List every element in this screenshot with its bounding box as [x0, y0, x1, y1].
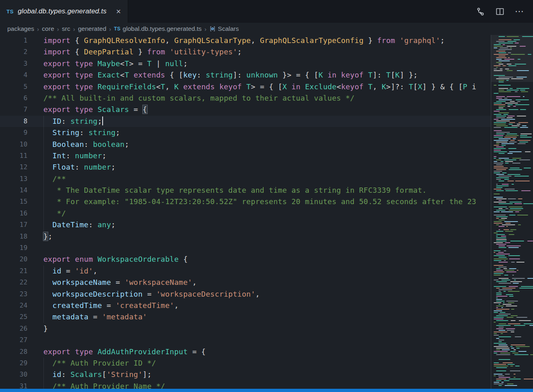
code-line[interactable]: 17 DateTime: any; — [0, 219, 491, 230]
line-number[interactable]: 13 — [0, 173, 28, 185]
line-number[interactable]: 22 — [0, 277, 28, 288]
minimap-row — [493, 362, 533, 363]
minimap-row — [493, 156, 533, 157]
code-line[interactable]: 26} — [0, 323, 491, 334]
line-number[interactable]: 29 — [0, 358, 28, 369]
minimap[interactable] — [491, 35, 533, 389]
minimap-row — [493, 198, 533, 199]
code-area[interactable]: 1import { GraphQLResolveInfo, GraphQLSca… — [0, 35, 491, 389]
line-number[interactable]: 3 — [0, 58, 28, 69]
breadcrumb-item-core[interactable]: core — [42, 25, 54, 32]
more-actions-button[interactable]: ⋯ — [513, 5, 526, 18]
line-number[interactable]: 2 — [0, 46, 28, 58]
line-number[interactable]: 1 — [0, 35, 28, 46]
code-line[interactable]: 24 createdTime = 'createdTime', — [0, 300, 491, 311]
line-number[interactable]: 26 — [0, 323, 28, 334]
line-number[interactable]: 9 — [0, 127, 28, 138]
minimap-row — [493, 174, 533, 175]
code-line[interactable]: 29 /** Auth Provider ID */ — [0, 358, 491, 369]
code-line[interactable]: 28export type AddAuthProviderInput = { — [0, 346, 491, 358]
line-number[interactable]: 20 — [0, 254, 28, 265]
code-token: [ — [413, 82, 418, 91]
code-line[interactable]: 20export enum WorkspaceOrderable { — [0, 254, 491, 265]
line-number[interactable]: 28 — [0, 346, 28, 358]
code-token: K — [382, 82, 386, 91]
breadcrumb-item-src[interactable]: src — [62, 25, 71, 32]
code-line[interactable]: 5export type RequireFields<T, K extends … — [0, 81, 491, 93]
line-number[interactable]: 30 — [0, 369, 28, 380]
breadcrumb-item-global-db-types-generated-ts[interactable]: TSglobal.db.types.generated.ts — [114, 25, 202, 32]
code-token — [93, 59, 97, 68]
code-token: AddAuthProviderInput — [97, 347, 187, 356]
editor-tab[interactable]: TS global.db.types.generated.ts × — [0, 0, 128, 23]
line-number[interactable]: 23 — [0, 289, 28, 300]
line-number[interactable]: 31 — [0, 381, 28, 389]
code-token: string — [71, 117, 98, 125]
minimap-row — [493, 231, 533, 232]
line-number[interactable]: 6 — [0, 93, 28, 104]
code-line[interactable]: 1import { GraphQLResolveInfo, GraphQLSca… — [0, 35, 491, 46]
code-line[interactable]: 9 String: string; — [0, 127, 491, 138]
breadcrumb-item-generated[interactable]: generated — [78, 25, 106, 32]
line-number[interactable]: 21 — [0, 265, 28, 277]
line-number[interactable]: 12 — [0, 162, 28, 173]
close-tab-icon[interactable]: × — [114, 7, 123, 16]
open-changes-button[interactable] — [474, 5, 487, 18]
code-line[interactable]: 6/** All built-in and custom scalars, ma… — [0, 93, 491, 104]
code-line[interactable]: 12 Float: number; — [0, 162, 491, 173]
code-line[interactable]: 10 Boolean: boolean; — [0, 139, 491, 150]
line-number[interactable]: 16 — [0, 208, 28, 219]
code-line[interactable]: 23 workspaceDescription = 'workspaceDesc… — [0, 289, 491, 300]
code-line[interactable]: 7export type Scalars = { — [0, 104, 491, 115]
line-number[interactable]: 4 — [0, 69, 28, 81]
minimap-row — [493, 267, 533, 267]
split-editor-button[interactable] — [493, 5, 506, 18]
code-line[interactable]: 30 id: Scalars['String']; — [0, 369, 491, 380]
code-line[interactable]: 15 * For example: "1985-04-12T23:20:50.5… — [0, 196, 491, 207]
line-number[interactable]: 24 — [0, 300, 28, 311]
minimap-row — [493, 114, 533, 115]
line-number[interactable]: 8 — [0, 116, 28, 127]
code-line[interactable]: 25 metadata = 'metadata' — [0, 311, 491, 323]
code-line[interactable]: 22 workspaceName = 'workspaceName', — [0, 277, 491, 288]
code-token: T — [386, 71, 391, 79]
line-number[interactable]: 5 — [0, 81, 28, 93]
code-line[interactable]: 8 ID: string; — [0, 116, 491, 127]
code-line[interactable]: 21 id = 'id', — [0, 265, 491, 277]
line-number[interactable]: 17 — [0, 219, 28, 230]
minimap-row — [493, 309, 533, 310]
minimap-row — [493, 223, 533, 224]
minimap-row — [493, 93, 533, 94]
code-line[interactable]: 11 Int: number; — [0, 150, 491, 162]
code-line[interactable]: 14 * The DateTime scalar type represents… — [0, 185, 491, 196]
code-line[interactable]: 2import { DeepPartial } from 'utility-ty… — [0, 46, 491, 58]
minimap-row — [493, 341, 533, 342]
line-number[interactable]: 27 — [0, 334, 28, 346]
breadcrumb-item-packages[interactable]: packages — [7, 25, 34, 32]
code-line[interactable]: 31 /** Auth Provider Name */ — [0, 381, 491, 389]
line-number[interactable]: 10 — [0, 139, 28, 150]
code-token: ] } & { [ — [422, 82, 463, 91]
line-number[interactable]: 14 — [0, 185, 28, 196]
code-token: Exact — [97, 71, 120, 79]
code-line[interactable]: 19 — [0, 242, 491, 254]
code-line[interactable]: 18}; — [0, 231, 491, 242]
line-number[interactable]: 11 — [0, 150, 28, 162]
code-token: metadata — [52, 312, 88, 321]
code-token: DateTime — [52, 220, 88, 229]
line-number[interactable]: 25 — [0, 311, 28, 323]
code-line[interactable]: 3export type Maybe<T> = T | null; — [0, 58, 491, 69]
code-line[interactable]: 16 */ — [0, 208, 491, 219]
line-number[interactable]: 19 — [0, 242, 28, 254]
line-number[interactable]: 18 — [0, 231, 28, 242]
code-line[interactable]: 13 /** — [0, 173, 491, 185]
breadcrumb-item-scalars[interactable]: Scalars — [209, 25, 239, 32]
code-token: keyof — [341, 82, 364, 91]
code-token: , — [165, 82, 174, 91]
line-number[interactable]: 15 — [0, 196, 28, 207]
line-number[interactable]: 7 — [0, 104, 28, 115]
code-line[interactable]: 4export type Exact<T extends { [key: str… — [0, 69, 491, 81]
minimap-row — [493, 171, 533, 172]
code-line[interactable]: 27 — [0, 334, 491, 346]
minimap-row — [493, 181, 533, 181]
